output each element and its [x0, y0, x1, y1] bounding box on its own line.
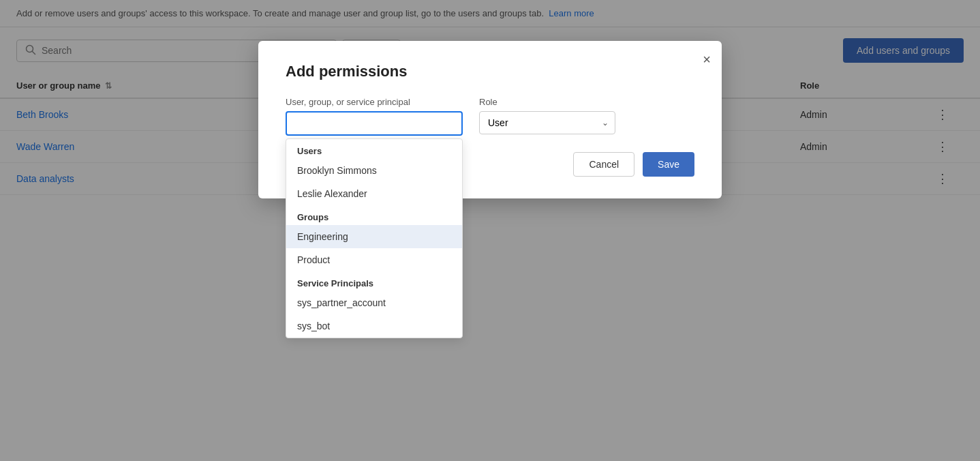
- user-group-label: User, group, or service principal: [286, 97, 463, 107]
- modal-title: Add permissions: [286, 63, 694, 80]
- dropdown-item-sys-partner[interactable]: sys_partner_account: [286, 291, 462, 314]
- user-group-dropdown: Users Brooklyn Simmons Leslie Alexander …: [286, 138, 463, 338]
- dropdown-section-groups: Groups: [286, 205, 462, 225]
- dropdown-section-service-principals: Service Principals: [286, 271, 462, 291]
- role-label: Role: [479, 97, 615, 107]
- dropdown-item-leslie[interactable]: Leslie Alexander: [286, 182, 462, 205]
- page-background: Add or remove users and groups' access t…: [0, 0, 980, 461]
- dropdown-item-product[interactable]: Product: [286, 248, 462, 271]
- modal-overlay: Add permissions × User, group, or servic…: [0, 0, 980, 461]
- role-select-wrapper: User Admin Viewer ⌄: [479, 111, 615, 134]
- modal-close-button[interactable]: ×: [703, 52, 711, 68]
- dropdown-item-engineering[interactable]: Engineering: [286, 225, 462, 248]
- user-group-form-group: User, group, or service principal Users …: [286, 97, 463, 136]
- add-permissions-modal: Add permissions × User, group, or servic…: [258, 41, 722, 198]
- dropdown-section-users: Users: [286, 139, 462, 159]
- user-group-input[interactable]: [286, 111, 463, 136]
- user-group-input-wrapper: Users Brooklyn Simmons Leslie Alexander …: [286, 111, 463, 136]
- role-form-group: Role User Admin Viewer ⌄: [479, 97, 615, 134]
- save-button[interactable]: Save: [643, 152, 694, 177]
- role-select[interactable]: User Admin Viewer: [479, 111, 615, 134]
- dropdown-list-inner: Users Brooklyn Simmons Leslie Alexander …: [286, 139, 462, 338]
- cancel-button[interactable]: Cancel: [573, 152, 634, 177]
- dropdown-item-sys-bot[interactable]: sys_bot: [286, 314, 462, 338]
- modal-form: User, group, or service principal Users …: [286, 97, 694, 136]
- dropdown-item-brooklyn[interactable]: Brooklyn Simmons: [286, 159, 462, 182]
